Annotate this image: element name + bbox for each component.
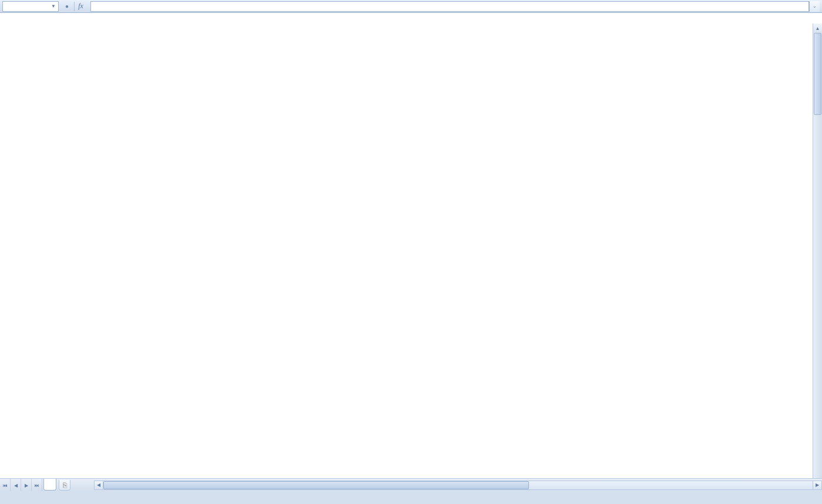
formula-input[interactable]: [90, 1, 809, 12]
tab-next-icon[interactable]: ▶: [21, 479, 32, 491]
sheet-area: ▲ ▼ ⏮ ◀ ▶ ⏭ ⎘ ◀ ▶: [0, 13, 822, 491]
tab-last-icon[interactable]: ⏭: [32, 479, 42, 491]
scroll-left-icon[interactable]: ◀: [94, 481, 103, 490]
formula-bar-icons: ● fx: [59, 2, 87, 11]
hscroll-track[interactable]: [103, 481, 813, 490]
new-sheet-button[interactable]: ⎘: [59, 480, 70, 491]
tab-nav-buttons: ⏮ ◀ ▶ ⏭: [0, 479, 42, 491]
vertical-scrollbar[interactable]: ▲ ▼: [813, 23, 822, 491]
name-box[interactable]: ▼: [2, 1, 59, 12]
vertical-scroll-thumb[interactable]: [814, 33, 821, 115]
formula-expand-button[interactable]: ⌄: [809, 1, 820, 12]
worksheet-tabs-bar: ⏮ ◀ ▶ ⏭ ⎘ ◀ ▶: [0, 478, 822, 491]
tab-prev-icon[interactable]: ◀: [11, 479, 21, 491]
scroll-right-icon[interactable]: ▶: [813, 481, 822, 490]
horizontal-scrollbar[interactable]: ◀ ▶: [94, 479, 822, 491]
fx-icon[interactable]: fx: [74, 2, 83, 11]
formula-bar: ▼ ● fx ⌄: [0, 0, 822, 13]
scroll-up-icon[interactable]: ▲: [813, 23, 822, 33]
tab-first-icon[interactable]: ⏮: [0, 479, 11, 491]
dropdown-icon[interactable]: ●: [62, 2, 72, 11]
name-box-dropdown-icon[interactable]: ▼: [51, 4, 56, 9]
sheet-tab-active[interactable]: [43, 479, 56, 491]
horizontal-scroll-thumb[interactable]: [103, 481, 529, 489]
